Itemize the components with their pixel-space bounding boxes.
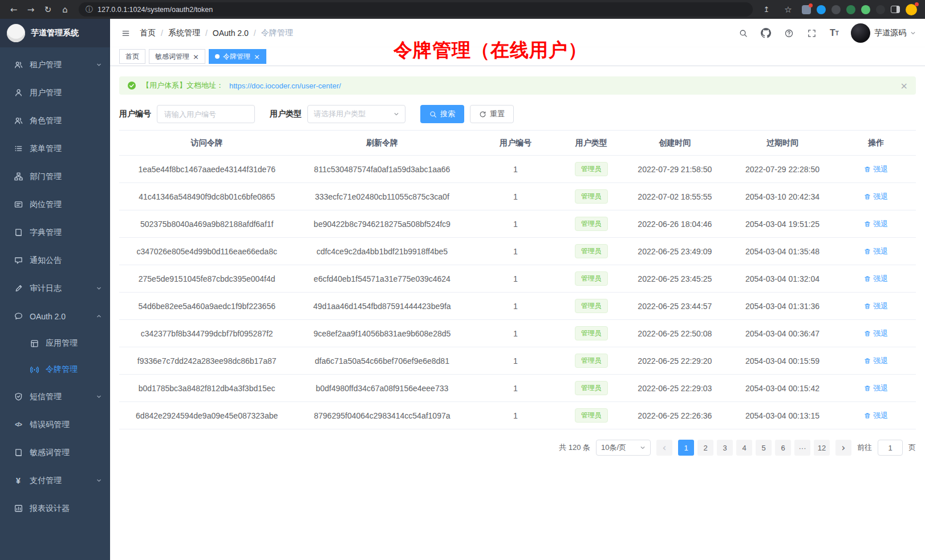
table-row: 502375b8040a469a9b82188afdf6af1fbe90422b… (119, 210, 916, 238)
sidebar-item-dept[interactable]: 部门管理 (0, 163, 110, 190)
page: ← → ↻ ⌂ ⓘ 127.0.0.1:1024/system/oauth2/t… (0, 0, 925, 560)
bookmark-star-icon[interactable]: ☆ (780, 2, 796, 18)
docs-icon[interactable] (782, 27, 795, 39)
user-name: 芋道源码 (874, 28, 906, 38)
sidebar-item-error-code[interactable]: </>错误码管理 (0, 411, 110, 439)
sidebar-item-audit-log[interactable]: 审计日志 (0, 274, 110, 302)
force-logout-button[interactable]: 强退 (864, 274, 888, 284)
forward-icon[interactable]: → (23, 2, 39, 18)
tab-item[interactable]: 首页 (119, 49, 145, 64)
extension-icon-5[interactable] (861, 5, 870, 14)
site-info-icon[interactable]: ⓘ (86, 5, 93, 15)
page-button-5[interactable]: 5 (756, 440, 772, 456)
goto-label: 前往 (857, 443, 872, 453)
page-numbers: 123456···12 (678, 440, 830, 456)
fullscreen-icon[interactable] (805, 27, 818, 39)
page-button-4[interactable]: 4 (736, 440, 752, 456)
back-icon[interactable]: ← (6, 2, 22, 18)
browser-actions: ↥ ☆ (758, 2, 919, 18)
browser-profile-avatar[interactable] (906, 4, 917, 15)
page-button-6[interactable]: 6 (775, 440, 791, 456)
sidebar-item-pay[interactable]: ¥支付管理 (0, 466, 110, 494)
reload-icon[interactable]: ↻ (40, 2, 56, 18)
action-label: 强退 (873, 219, 888, 229)
force-logout-button[interactable]: 强退 (864, 383, 888, 393)
tab-item[interactable]: 令牌管理× (209, 49, 266, 64)
sidebar-item-label: 用户管理 (30, 88, 62, 98)
force-logout-button[interactable]: 强退 (864, 356, 888, 366)
force-logout-button[interactable]: 强退 (864, 411, 888, 421)
action-cell: 强退 (836, 183, 916, 210)
user-menu[interactable]: 芋道源码 (851, 23, 916, 43)
reset-button[interactable]: 重置 (470, 105, 514, 123)
table-row: f9336e7c7dd242a283ee98dc86b17a87dfa6c71a… (119, 347, 916, 375)
sidebar-item-sensitive-word[interactable]: 敏感词管理 (0, 439, 110, 466)
extension-icon-1[interactable] (802, 5, 811, 14)
home-icon[interactable]: ⌂ (57, 2, 73, 18)
page-size-select[interactable]: 10条/页 (596, 440, 651, 456)
sidebar-item-report-designer[interactable]: 报表设计器 (0, 494, 110, 522)
prev-page-button[interactable]: ‹ (656, 440, 672, 456)
sidebar-subitem-oauth2-token[interactable]: 令牌管理 (0, 356, 110, 383)
alert-close-icon[interactable]: × (900, 80, 908, 91)
user-id-input[interactable] (157, 105, 255, 123)
expire-time-cell: 2054-03-04 00:15:42 (729, 375, 837, 402)
sidebar-item-label: 审计日志 (30, 283, 62, 294)
font-size-icon[interactable]: TT (828, 27, 841, 39)
sidebar-item-sms[interactable]: 短信管理 (0, 383, 110, 411)
breadcrumb-item[interactable]: OAuth 2.0 (213, 29, 249, 38)
extension-icon-4[interactable] (846, 5, 855, 14)
refresh-icon (479, 111, 486, 118)
sidebar-item-user[interactable]: 用户管理 (0, 79, 110, 107)
refresh-token-cell: 811c530487574fa0af1a59d3abc1aa66 (294, 156, 469, 183)
action-label: 强退 (873, 356, 888, 366)
sidebar-item-notice[interactable]: 通知公告 (0, 246, 110, 274)
next-page-button[interactable]: › (835, 440, 851, 456)
force-logout-button[interactable]: 强退 (864, 246, 888, 257)
force-logout-button[interactable]: 强退 (864, 164, 888, 175)
search-icon[interactable] (737, 27, 749, 39)
page-button-1[interactable]: 1 (678, 440, 694, 456)
share-icon[interactable]: ↥ (758, 2, 774, 18)
extension-icon-2[interactable] (817, 5, 826, 14)
sidebar-subitem-oauth2-app[interactable]: 应用管理 (0, 330, 110, 356)
sidebar-item-menu[interactable]: 菜单管理 (0, 135, 110, 163)
user-type-cell: 管理员 (561, 293, 621, 320)
page-button-3[interactable]: 3 (717, 440, 733, 456)
force-logout-button[interactable]: 强退 (864, 192, 888, 202)
access-token-cell: 502375b8040a469a9b82188afdf6af1f (119, 210, 294, 238)
alert-link[interactable]: https://doc.iocoder.cn/user-center/ (229, 82, 341, 90)
extension-icon-6[interactable] (876, 5, 885, 14)
sidebar-toggle-icon[interactable] (119, 27, 132, 39)
force-logout-button[interactable]: 强退 (864, 301, 888, 311)
force-logout-button[interactable]: 强退 (864, 219, 888, 229)
page-button-2[interactable]: 2 (697, 440, 713, 456)
chevron-down-icon (910, 30, 916, 36)
sidebar-item-role[interactable]: 角色管理 (0, 107, 110, 135)
search-button[interactable]: 搜索 (420, 105, 464, 123)
user-type-select[interactable]: 请选择用户类型 (307, 105, 405, 123)
page-ellipsis-icon[interactable]: ··· (794, 440, 810, 456)
force-logout-button[interactable]: 强退 (864, 328, 888, 339)
split-view-icon[interactable] (891, 6, 900, 13)
sidebar-item-label: 菜单管理 (30, 144, 62, 154)
sidebar-item-dict[interactable]: 字典管理 (0, 218, 110, 246)
goto-page-input[interactable] (878, 440, 903, 456)
sidebar-item-oauth2[interactable]: OAuth 2.0 (0, 302, 110, 330)
tab-close-icon[interactable]: × (193, 53, 199, 60)
address-bar[interactable]: ⓘ 127.0.0.1:1024/system/oauth2/token (79, 2, 753, 17)
extension-icon-3[interactable] (831, 5, 841, 14)
tab-item[interactable]: 敏感词管理× (149, 49, 205, 64)
user-type-badge: 管理员 (575, 354, 608, 368)
page-button-12[interactable]: 12 (814, 440, 830, 456)
breadcrumb-item[interactable]: 首页 (140, 28, 156, 38)
created-time-cell: 2022-06-26 18:04:46 (621, 210, 729, 238)
pencil-icon (14, 284, 23, 293)
breadcrumb-item[interactable]: 系统管理 (168, 28, 200, 38)
sidebar-item-tenant[interactable]: 租户管理 (0, 51, 110, 79)
tab-close-icon[interactable]: × (254, 53, 260, 60)
column-header: 用户类型 (561, 131, 621, 156)
chevron-down-icon (640, 445, 646, 451)
sidebar-item-post[interactable]: 岗位管理 (0, 190, 110, 218)
github-icon[interactable] (760, 27, 772, 39)
